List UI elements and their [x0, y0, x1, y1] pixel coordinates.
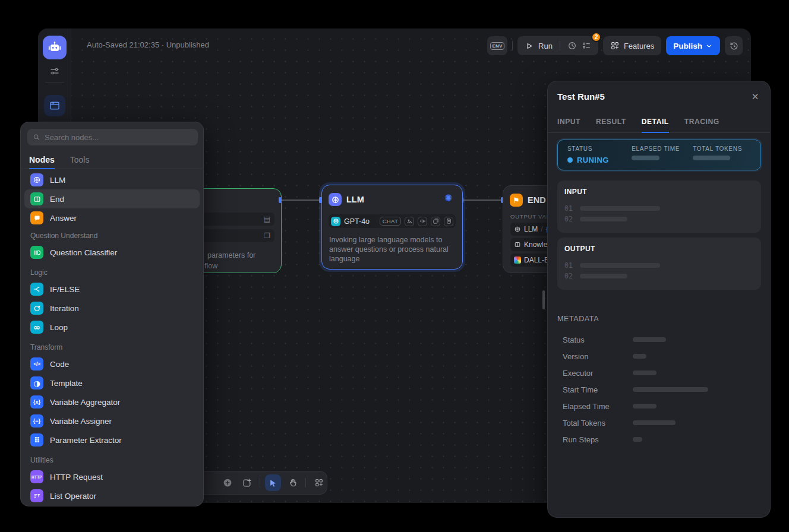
pointer-mode-button[interactable]	[265, 474, 281, 491]
start-node-description-line: flow	[204, 261, 217, 271]
close-icon[interactable]: ✕	[750, 91, 760, 102]
node-item-loop[interactable]: ∞ Loop	[24, 318, 200, 337]
run-button[interactable]: Run	[538, 42, 553, 50]
section-question-understand: Question Understand	[24, 227, 200, 243]
total-tokens-label: TOTAL TOKENS	[693, 145, 751, 152]
tab-result[interactable]: RESULT	[596, 111, 626, 132]
output-title: OUTPUT	[564, 245, 754, 253]
llm-node-description: Invoking large language models to answer…	[329, 235, 454, 264]
node-item-parameter-extractor[interactable]: ⠿ Parameter Extractor	[24, 430, 200, 449]
variable-source: DALL-E	[524, 256, 549, 264]
variable-source: LLM	[524, 225, 538, 233]
cursor-icon	[269, 479, 277, 487]
features-grid-icon	[610, 41, 620, 50]
add-note-button[interactable]	[239, 474, 255, 491]
list-operator-icon	[30, 489, 43, 502]
env-button[interactable]: ENV	[487, 36, 507, 55]
app-robot-icon[interactable]	[43, 36, 67, 59]
tab-input[interactable]: INPUT	[557, 111, 580, 132]
tab-nodes[interactable]: Nodes	[29, 150, 55, 169]
tab-tools[interactable]: Tools	[70, 150, 90, 169]
metadata-title: METADATA	[557, 315, 761, 323]
line-number: 02	[564, 215, 573, 223]
node-item-answer[interactable]: Answer	[24, 208, 200, 227]
node-item-variable-assigner[interactable]: {=} Variable Assigner	[24, 411, 200, 430]
plus-circle-icon	[222, 477, 233, 488]
version-history-button[interactable]	[725, 36, 743, 55]
play-icon[interactable]	[525, 42, 534, 50]
metadata-row: Run Steps	[557, 431, 761, 448]
features-label: Features	[624, 42, 654, 50]
organize-nodes-button[interactable]	[311, 474, 327, 491]
code-icon: </>	[30, 357, 43, 370]
checklist-icon[interactable]	[582, 41, 591, 50]
preferences-sliders-icon[interactable]	[48, 65, 61, 78]
env-icon: ENV	[490, 42, 504, 50]
search-input[interactable]	[45, 133, 192, 142]
skeleton-bar	[580, 206, 660, 211]
skeleton-bar	[580, 274, 627, 278]
llm-icon	[30, 173, 43, 186]
running-dot	[567, 157, 573, 163]
knowledge-book-icon	[514, 241, 521, 248]
llm-node-title: LLM	[346, 195, 364, 204]
skeleton-bar	[632, 156, 659, 160]
answer-bubble-icon	[30, 211, 43, 224]
status-label: STATUS	[567, 145, 632, 152]
vision-capability-icon	[405, 217, 414, 226]
status-card: STATUS RUNING ELAPSED TIME TOTAL TOKENS	[557, 140, 761, 170]
node-item-question-classifier[interactable]: Question Classifier	[24, 243, 200, 262]
run-group-separator	[560, 41, 560, 50]
skeleton-bar	[633, 404, 657, 408]
running-spinner-icon: ✺	[444, 194, 454, 203]
window-panel-button[interactable]	[44, 95, 65, 116]
node-item-if-else[interactable]: IF/ELSE	[24, 280, 200, 299]
robot-icon	[48, 40, 62, 55]
end-node-header: ⚑ END	[510, 194, 546, 207]
tab-tracing[interactable]: TRACING	[684, 111, 719, 132]
metadata-row: Total Tokens	[557, 414, 761, 431]
skeleton-bar	[633, 420, 676, 425]
features-button[interactable]: Features	[603, 36, 661, 55]
line-number: 01	[564, 204, 573, 213]
node-picker-panel: Nodes Tools LLM End	[20, 122, 204, 506]
llm-node[interactable]: LLM ✺ GPT-4o CHAT	[321, 185, 463, 270]
tab-detail[interactable]: DETAIL	[642, 111, 669, 132]
toolbar-separator	[260, 478, 260, 487]
node-item-variable-aggregator[interactable]: {x} Variable Aggregator	[24, 392, 200, 411]
node-item-http-request[interactable]: HTTP HTTP Request	[24, 467, 200, 486]
node-search[interactable]	[27, 129, 198, 145]
add-node-button[interactable]	[219, 474, 235, 491]
skeleton-bar	[580, 217, 627, 221]
node-item-list-operator[interactable]: List Operator	[24, 486, 200, 505]
window-icon	[49, 100, 61, 112]
start-output-handle[interactable]	[279, 197, 282, 203]
parameter-extractor-icon: ⠿	[30, 433, 43, 446]
run-panel-tabs: INPUT RESULT DETAIL TRACING	[548, 111, 770, 133]
edge-start-to-llm	[282, 200, 321, 201]
panel-resize-handle[interactable]	[542, 290, 545, 309]
node-item-llm[interactable]: LLM	[24, 170, 200, 189]
node-item-template[interactable]: ◑ Template	[24, 373, 200, 392]
node-item-iteration[interactable]: Iteration	[24, 299, 200, 318]
skeleton-bar	[633, 370, 657, 375]
topbar-actions: ENV Run 2	[487, 36, 743, 55]
chevron-down-icon	[705, 42, 713, 50]
paste-icon: ❐	[264, 232, 270, 240]
run-history-clock-icon[interactable]	[567, 41, 577, 50]
model-name: GPT-4o	[344, 217, 376, 226]
publish-button[interactable]: Publish	[666, 36, 720, 55]
toolbar-separator	[305, 478, 306, 487]
node-item-code[interactable]: </> Code	[24, 354, 200, 373]
end-flag-icon: ⚑	[510, 194, 523, 207]
end-icon	[30, 192, 43, 205]
hand-mode-button[interactable]	[285, 474, 301, 491]
end-node-title: END	[528, 195, 546, 205]
section-utilities: Utilities	[24, 449, 200, 467]
node-item-end[interactable]: End	[24, 189, 200, 208]
start-node-description-line: parameters for	[207, 250, 255, 261]
elapsed-time-label: ELAPSED TIME	[632, 145, 693, 152]
metadata-row: Elapsed Time	[557, 398, 761, 414]
note-plus-icon	[242, 478, 252, 488]
model-selector[interactable]: GPT-4o CHAT	[329, 214, 456, 228]
